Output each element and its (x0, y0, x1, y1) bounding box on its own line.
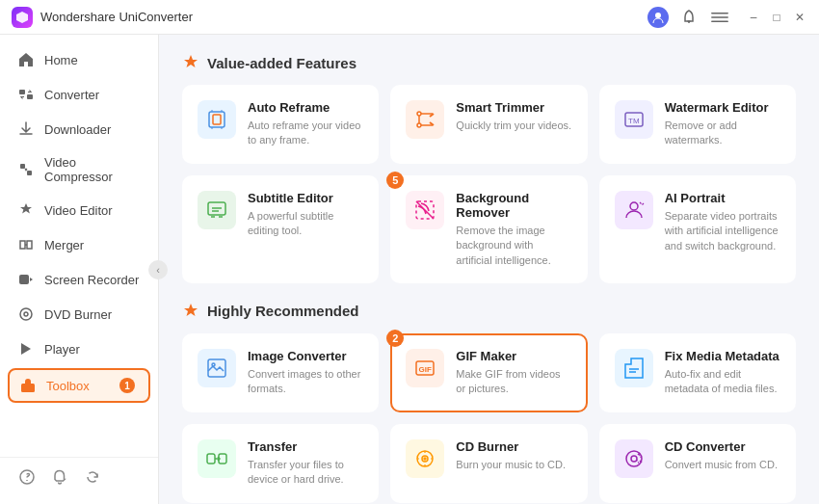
svg-point-21 (417, 112, 421, 116)
bg-remover-badge: 5 (386, 172, 404, 189)
window-controls[interactable]: – □ ✕ (746, 10, 807, 25)
gif-maker-badge: 2 (386, 330, 404, 347)
svg-point-12 (20, 308, 32, 320)
svg-rect-16 (26, 386, 30, 389)
watermark-icon-box: TM (615, 100, 653, 139)
feature-card-gif-maker[interactable]: 2 GIF GIF Maker Make GIF from videos or … (390, 333, 587, 412)
svg-marker-11 (30, 278, 33, 281)
svg-point-0 (655, 13, 661, 18)
transfer-icon-box (198, 439, 236, 478)
sidebar: Home Converter Downloader Video Compress… (0, 35, 159, 504)
svg-point-45 (424, 458, 426, 460)
toolbox-icon (19, 377, 37, 394)
feature-card-watermark-editor[interactable]: TM Watermark Editor Remove or add waterm… (599, 85, 796, 164)
merger-icon (17, 236, 35, 253)
home-icon (17, 51, 35, 68)
svg-rect-7 (27, 94, 33, 99)
feature-card-ai-portrait[interactable]: AI Portrait Separate video portraits wit… (599, 175, 796, 283)
trimmer-icon-box (406, 100, 444, 139)
title-bar-icons (647, 7, 730, 28)
sidebar-item-toolbox[interactable]: Toolbox 1 (8, 368, 150, 403)
svg-rect-6 (19, 90, 25, 94)
value-added-grid: Auto Reframe Auto reframe your video to … (182, 85, 796, 283)
toolbox-badge: 1 (119, 378, 135, 393)
user-avatar[interactable] (647, 7, 669, 28)
main-layout: Home Converter Downloader Video Compress… (0, 35, 819, 504)
recommended-title: Highly Recommended (182, 303, 796, 320)
feature-card-background-remover[interactable]: 5 Background Remover Remove the image ba… (390, 175, 587, 283)
feature-card-cd-converter[interactable]: CD Converter Convert music from CD. (599, 424, 796, 503)
svg-point-13 (24, 312, 28, 316)
sidebar-item-converter[interactable]: Converter (0, 77, 158, 112)
feature-card-transfer[interactable]: Transfer Transfer your files to device o… (182, 424, 379, 503)
menu-icon[interactable] (709, 7, 730, 28)
svg-rect-8 (20, 164, 25, 169)
app-title: Wondershare UniConverter (40, 10, 647, 24)
converter-icon (17, 86, 35, 103)
image-icon-box (198, 349, 236, 387)
svg-rect-19 (213, 115, 221, 124)
notification-icon[interactable] (678, 7, 700, 28)
sidebar-footer (0, 457, 158, 496)
title-bar: Wondershare UniConverter – □ ✕ (0, 0, 819, 35)
close-button[interactable]: ✕ (792, 10, 807, 25)
feature-card-auto-reframe[interactable]: Auto Reframe Auto reframe your video to … (182, 85, 379, 164)
feature-card-subtitle-editor[interactable]: Subtitle Editor A powerful subtitle edit… (182, 175, 379, 283)
svg-rect-5 (711, 20, 728, 22)
feature-card-image-converter[interactable]: Image Converter Convert images to other … (182, 333, 379, 412)
sidebar-item-video-editor[interactable]: Video Editor (0, 193, 158, 227)
player-icon (17, 340, 35, 358)
feature-card-cd-burner[interactable]: CD Burner Burn your music to CD. (390, 424, 587, 503)
help-icon[interactable] (17, 467, 37, 487)
refresh-icon[interactable] (83, 467, 102, 487)
svg-text:TM: TM (628, 117, 640, 125)
svg-point-33 (630, 202, 638, 210)
svg-rect-10 (19, 275, 29, 284)
feature-card-smart-trimmer[interactable]: Smart Trimmer Quickly trim your videos. (390, 85, 587, 164)
subtitle-icon-box (198, 191, 236, 229)
content-area: Value-added Features Auto Reframe Auto r… (159, 35, 819, 504)
svg-rect-9 (27, 171, 32, 175)
feature-card-fix-media-metadata[interactable]: Fix Media Metadata Auto-fix and edit met… (599, 333, 796, 412)
sidebar-item-merger[interactable]: Merger (0, 227, 158, 262)
downloader-icon (17, 120, 35, 138)
sidebar-collapse-button[interactable]: ‹ (148, 260, 168, 279)
svg-point-20 (417, 123, 421, 127)
metadata-icon-box (615, 349, 653, 387)
bg-remover-icon-box (406, 191, 444, 229)
minimize-button[interactable]: – (746, 10, 761, 25)
sidebar-item-dvd-burner[interactable]: DVD Burner (0, 297, 158, 332)
app-logo (12, 7, 33, 28)
svg-text:GIF: GIF (419, 365, 432, 374)
svg-rect-4 (711, 16, 728, 18)
star-icon (17, 201, 35, 219)
sidebar-item-screen-recorder[interactable]: Screen Recorder (0, 262, 158, 297)
sidebar-item-home[interactable]: Home (0, 42, 158, 77)
svg-rect-41 (207, 454, 215, 464)
record-icon (17, 271, 35, 288)
value-added-title: Value-added Features (182, 54, 796, 71)
maximize-button[interactable]: □ (769, 10, 784, 25)
reframe-icon-box (198, 100, 236, 139)
compress-icon (17, 161, 35, 178)
dvd-icon (17, 305, 35, 323)
sidebar-item-player[interactable]: Player (0, 332, 158, 366)
sidebar-item-downloader[interactable]: Downloader (0, 112, 158, 146)
recommended-grid: Image Converter Convert images to other … (182, 333, 796, 503)
svg-rect-3 (711, 13, 728, 14)
bell-icon[interactable] (50, 467, 69, 487)
cd-converter-icon-box (615, 439, 653, 478)
cd-burner-icon-box (406, 439, 444, 478)
sidebar-item-video-compressor[interactable]: Video Compressor (0, 146, 158, 193)
gif-icon-box: GIF (406, 349, 444, 387)
ai-portrait-icon-box (615, 191, 653, 229)
svg-marker-38 (625, 358, 643, 378)
svg-marker-14 (21, 343, 31, 355)
svg-point-47 (631, 456, 637, 462)
